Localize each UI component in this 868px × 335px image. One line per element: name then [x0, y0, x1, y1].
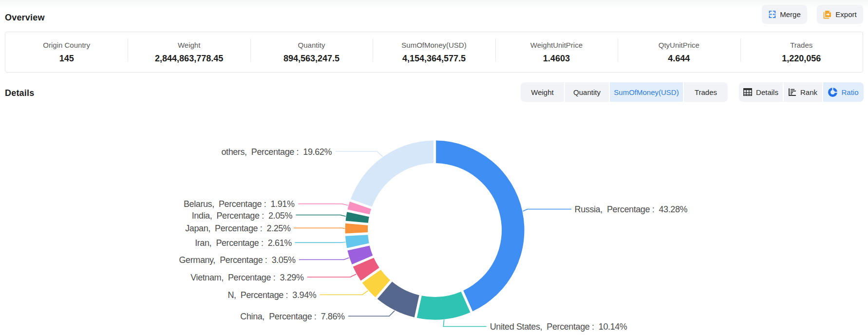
svg-text:Iran, Percentage : 2.61%: Iran, Percentage : 2.61%: [195, 238, 292, 248]
svg-text:Japan, Percentage : 2.25%: Japan, Percentage : 2.25%: [185, 223, 291, 233]
svg-text:Vietnam, Percentage : 3.29%: Vietnam, Percentage : 3.29%: [190, 273, 304, 282]
svg-text:N, Percentage : 3.94%: N, Percentage : 3.94%: [227, 290, 316, 300]
svg-text:India, Percentage : 2.05%: India, Percentage : 2.05%: [192, 211, 293, 221]
svg-text:United States, Percentage :: United States, Percentage : 10.14%: [490, 322, 627, 332]
svg-text:China, Percentage : 7.86%: China, Percentage : 7.86%: [240, 312, 345, 321]
svg-text:Germany, Percentage : 3.05%: Germany, Percentage : 3.05%: [179, 255, 296, 265]
svg-text:others, Percentage : 19.62%: others, Percentage : 19.62%: [221, 147, 332, 157]
svg-text:Russia, Percentage : 43.28%: Russia, Percentage : 43.28%: [575, 205, 688, 214]
svg-text:Belarus, Percentage : 1.91%: Belarus, Percentage : 1.91%: [184, 199, 295, 209]
